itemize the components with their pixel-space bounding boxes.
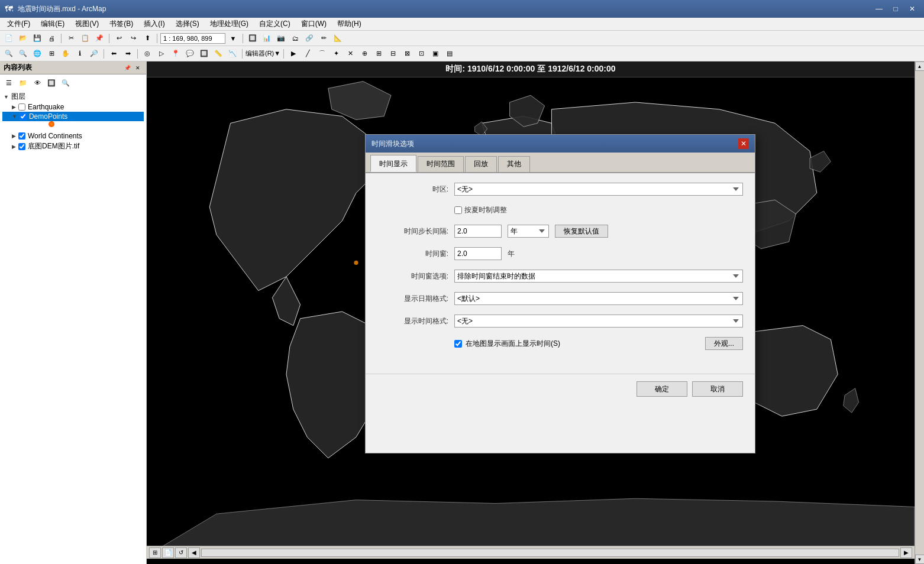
zoom-world[interactable]: ⊞ [45,48,58,60]
toc-vis-view[interactable]: 👁 [31,77,44,89]
menu-edit[interactable]: 编辑(E) [36,18,69,30]
zoom-out[interactable]: 🔍 [17,48,30,60]
draw-tool7[interactable]: ⊟ [386,48,399,60]
toc-search[interactable]: 🔍 [59,77,72,89]
tool5[interactable]: 🔗 [303,33,316,44]
worldcontinents-checkbox[interactable] [18,132,25,140]
map-tool6[interactable]: 📏 [212,48,225,60]
draw-tool3[interactable]: ✦ [329,48,343,60]
daylight-checkbox[interactable] [454,206,462,214]
window-options-select[interactable]: 排除时间窗结束时的数据包含时间窗结束时的数据 [454,270,743,283]
scale-input[interactable] [160,33,225,44]
zoom-in[interactable]: 🔍 [2,48,15,60]
restore-default-button[interactable]: 恢复默认值 [555,225,608,238]
dem-checkbox[interactable] [18,143,25,150]
menu-customize[interactable]: 自定义(C) [254,18,295,30]
menu-file[interactable]: 文件(F) [2,18,35,30]
draw-tool1[interactable]: ╱ [301,48,314,60]
pan[interactable]: ✋ [59,48,72,60]
time-format-select[interactable]: <无> [454,315,743,328]
maximize-button[interactable]: □ [889,3,903,15]
layer-worldcontinents[interactable]: ▶ World Continents [2,131,144,141]
north-button[interactable]: ⬆ [141,33,154,44]
toc-list-view[interactable]: ☰ [2,77,15,89]
save-button[interactable]: 💾 [31,33,44,44]
step-input[interactable] [454,225,502,238]
new-button[interactable]: 📄 [2,33,15,44]
earthquake-checkbox[interactable] [18,103,25,111]
demopoints-checkbox[interactable] [20,113,27,120]
page-btn[interactable]: 📄 [162,547,174,558]
find[interactable]: 🔎 [88,48,101,60]
layers-group-header[interactable]: ▼ 图层 [2,91,144,102]
map-tool4[interactable]: 💬 [183,48,196,60]
layer-dem[interactable]: ▶ 底图DEM图片.tif [2,141,144,152]
redo-button[interactable]: ↪ [127,33,140,44]
undo-button[interactable]: ↩ [112,33,125,44]
tab-playback[interactable]: 回放 [465,156,497,172]
prev-btn[interactable]: ◀ [188,547,200,558]
tab-time-display[interactable]: 时间显示 [370,155,416,172]
zoom-dropdown[interactable]: ▼ [227,33,240,44]
menu-select[interactable]: 选择(S) [171,18,204,30]
close-button[interactable]: ✕ [905,3,919,15]
map-canvas[interactable]: 时间滑块选项 ✕ 时间显示 时间范围 回放 其他 时区: [147,77,915,546]
draw-tool10[interactable]: ▣ [429,48,442,60]
menu-geoprocess[interactable]: 地理处理(G) [205,18,253,30]
timezone-select[interactable]: <无> [454,183,743,196]
menu-insert[interactable]: 插入(I) [139,18,169,30]
draw-tool2[interactable]: ⌒ [315,48,328,60]
identify[interactable]: ℹ [73,48,86,60]
scroll-track[interactable] [915,71,924,555]
map-tool1[interactable]: ◎ [141,48,154,60]
draw-tool5[interactable]: ⊕ [358,48,371,60]
draw-tool6[interactable]: ⊞ [372,48,385,60]
nav-fwd[interactable]: ➡ [121,48,134,60]
map-tool3[interactable]: 📍 [169,48,182,60]
appearance-button[interactable]: 外观... [705,337,743,350]
menu-bookmark[interactable]: 书签(B) [105,18,138,30]
editor-bar-label[interactable]: 编辑器(R)▼ [245,49,280,58]
draw-tool11[interactable]: ▤ [443,48,456,60]
menu-help[interactable]: 帮助(H) [332,18,366,30]
refresh-btn[interactable]: ↺ [175,547,187,558]
full-extent[interactable]: 🌐 [31,48,44,60]
menu-view[interactable]: 视图(V) [70,18,104,30]
tool7[interactable]: 📐 [331,33,344,44]
toc-pin[interactable]: 📌 [122,63,132,73]
window-input[interactable] [454,247,502,260]
tab-other[interactable]: 其他 [498,156,530,172]
cut-button[interactable]: ✂ [64,33,77,44]
ok-button[interactable]: 确定 [637,381,687,397]
date-format-select[interactable]: <默认> [454,292,743,305]
draw-tool8[interactable]: ⊠ [400,48,413,60]
show-time-checkbox[interactable] [454,340,462,348]
scroll-down[interactable]: ▼ [915,555,925,564]
map-tool2[interactable]: ▷ [155,48,168,60]
tool6[interactable]: ✏ [317,33,330,44]
menu-window[interactable]: 窗口(W) [296,18,331,30]
print-button[interactable]: 🖨 [45,33,58,44]
tool4[interactable]: 🗂 [289,33,302,44]
draw-tool9[interactable]: ⊡ [415,48,428,60]
copy-button[interactable]: 📋 [79,33,92,44]
layer-earthquake[interactable]: ▶ Earthquake [2,102,144,112]
minimize-button[interactable]: — [872,3,886,15]
step-unit-select[interactable]: 年 月 日 小时 [508,225,549,238]
play-button[interactable]: ▶ [287,48,300,60]
cancel-button[interactable]: 取消 [692,381,743,397]
tool3[interactable]: 📷 [274,33,287,44]
draw-tool4[interactable]: ✕ [344,48,357,60]
next-btn[interactable]: ▶ [900,547,912,558]
paste-button[interactable]: 📌 [93,33,106,44]
dialog-close-button[interactable]: ✕ [738,138,749,149]
map-tool5[interactable]: 🔲 [198,48,211,60]
toc-source-view[interactable]: 📁 [17,77,30,89]
horizontal-scrollbar[interactable] [201,549,899,557]
map-tool7[interactable]: 📉 [226,48,239,60]
scroll-up[interactable]: ▲ [915,61,925,71]
nav-arrow[interactable]: ⬅ [107,48,120,60]
toc-sel-view[interactable]: 🔲 [45,77,58,89]
layer-demopoints[interactable]: ▼ DemoPoints [2,112,144,121]
toc-close[interactable]: ✕ [133,63,143,73]
